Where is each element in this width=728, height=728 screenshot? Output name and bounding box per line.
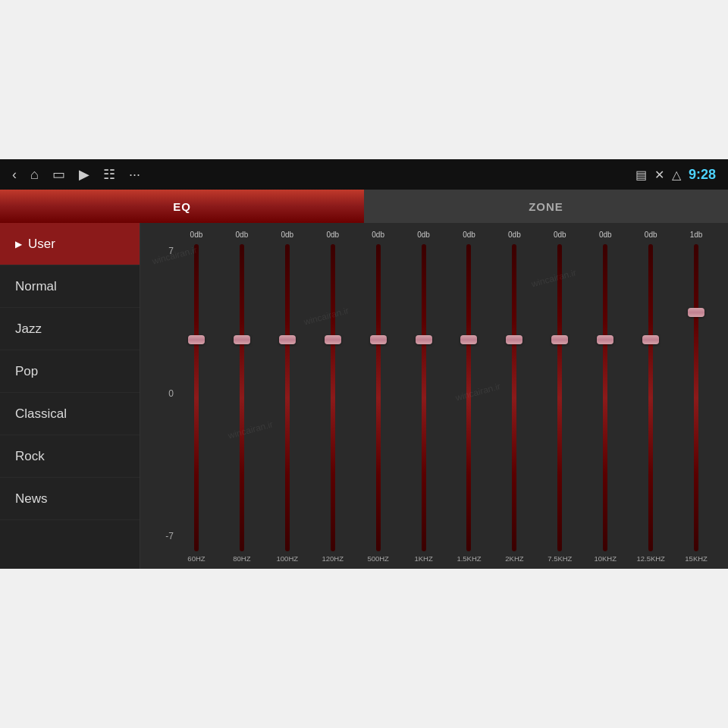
home-button[interactable]: ⌂ [30,167,39,183]
sidebar-label-news: News [15,491,48,507]
eq-freq-12.5KHZ: 12.5KHZ [636,554,665,563]
eq-channel-1KHZ: 0db 1KHZ [401,231,447,563]
eq-db-15KHZ: 1db [690,231,703,241]
slider-handle-500HZ[interactable] [370,335,387,344]
play-icon: ▶ [15,239,22,249]
eq-freq-2KHZ: 2KHZ [505,554,523,563]
sidebar-item-jazz[interactable]: Jazz [0,308,140,350]
eq-freq-1KHZ: 1KHZ [414,554,432,563]
slider-track-1KHZ [422,244,426,551]
slider-container-10KHZ[interactable] [598,244,612,551]
eq-db-100HZ: 0db [281,231,293,241]
clock-display: 9:28 [689,167,716,183]
slider-handle-7.5KHZ[interactable] [551,335,568,344]
cast-icon: ▤ [635,168,647,182]
slider-handle-1.5KHZ[interactable] [460,335,477,344]
eq-freq-120HZ: 120HZ [322,554,344,563]
eq-channel-7.5KHZ: 0db 7.5KHZ [537,231,582,563]
eq-db-10KHZ: 0db [599,231,612,241]
eq-db-500HZ: 0db [372,231,384,241]
camera-button[interactable]: ▶ [79,166,89,183]
eq-freq-100HZ: 100HZ [277,554,299,563]
bluetooth-icon: ✕ [654,168,664,182]
sidebar-label-jazz: Jazz [15,322,42,337]
slider-handle-2KHZ[interactable] [506,335,522,344]
sidebar-item-classical[interactable]: Classical [0,393,140,435]
eq-label-7: 7 [155,246,174,256]
slider-handle-15KHZ[interactable] [688,308,704,317]
sidebar-item-normal[interactable]: Normal [0,265,140,308]
slider-container-120HZ[interactable] [326,244,340,551]
slider-container-500HZ[interactable] [372,244,385,551]
tab-zone-label: ZONE [529,200,563,213]
tab-eq[interactable]: EQ [0,190,364,223]
eq-freq-80HZ: 80HZ [233,554,250,563]
basket-button[interactable]: ☷ [103,166,115,183]
slider-track-7.5KHZ [557,244,562,551]
sidebar-label-pop: Pop [15,364,38,379]
eq-freq-7.5KHZ: 7.5KHZ [548,554,572,563]
slider-handle-60HZ[interactable] [188,335,205,344]
eq-db-80HZ: 0db [236,231,249,241]
slider-handle-100HZ[interactable] [279,335,296,344]
slider-handle-1KHZ[interactable] [416,335,432,344]
slider-container-1KHZ[interactable] [417,244,431,551]
slider-handle-120HZ[interactable] [325,335,341,344]
slider-container-15KHZ[interactable] [689,244,703,551]
tab-eq-label: EQ [173,200,191,213]
slider-track-120HZ [331,244,335,551]
slider-track-2KHZ [512,244,516,551]
nav-controls: ‹ ⌂ ▭ ▶ ☷ ··· [12,166,140,183]
sidebar-label-user: User [28,237,55,252]
device-frame: ‹ ⌂ ▭ ▶ ☷ ··· ▤ ✕ △ 9:28 EQ ZONE ▶ User [0,159,728,569]
sidebar-label-classical: Classical [15,406,67,422]
sidebar-label-rock: Rock [15,449,45,464]
eq-channel-60HZ: 0db 60HZ [174,231,219,563]
eq-freq-15KHZ: 15KHZ [685,554,708,563]
tab-bar: EQ ZONE [0,190,728,223]
eq-freq-500HZ: 500HZ [367,554,389,563]
slider-track-60HZ [194,244,199,551]
eq-area: 7 0 -7 0db 60HZ 0db 80HZ 0d [140,223,728,569]
eq-freq-60HZ: 60HZ [187,554,205,563]
slider-handle-10KHZ[interactable] [597,335,613,344]
slider-track-500HZ [376,244,381,551]
eq-label-0: 0 [155,388,174,399]
slider-container-1.5KHZ[interactable] [462,244,475,551]
eq-y-labels: 7 0 -7 [155,231,174,563]
sidebar-item-pop[interactable]: Pop [0,350,140,393]
slider-container-12.5KHZ[interactable] [644,244,657,551]
eq-channel-500HZ: 0db 500HZ [356,231,401,563]
sidebar-item-news[interactable]: News [0,478,140,520]
eq-db-2KHZ: 0db [508,231,521,241]
slider-handle-80HZ[interactable] [234,335,250,344]
sidebar-item-user[interactable]: ▶ User [0,223,140,265]
eq-db-7.5KHZ: 0db [554,231,566,241]
slider-container-60HZ[interactable] [190,244,203,551]
eq-channel-10KHZ: 0db 10KHZ [582,231,628,563]
slider-container-100HZ[interactable] [281,244,294,551]
eq-db-1.5KHZ: 0db [463,231,475,241]
eq-channel-15KHZ: 1db 15KHZ [673,231,719,563]
eq-db-1KHZ: 0db [417,231,430,241]
eq-freq-10KHZ: 10KHZ [594,554,617,563]
eq-freq-1.5KHZ: 1.5KHZ [457,554,481,563]
slider-track-80HZ [240,244,244,551]
sidebar-item-rock[interactable]: Rock [0,435,140,478]
tab-zone[interactable]: ZONE [364,190,728,223]
slider-track-12.5KHZ [648,244,653,551]
more-button[interactable]: ··· [129,167,140,183]
eq-channel-2KHZ: 0db 2KHZ [491,231,537,563]
eq-db-12.5KHZ: 0db [645,231,657,241]
back-button[interactable]: ‹ [12,167,17,183]
eq-grid: 7 0 -7 0db 60HZ 0db 80HZ 0d [155,231,719,563]
slider-container-2KHZ[interactable] [507,244,521,551]
slider-container-80HZ[interactable] [235,244,249,551]
slider-handle-12.5KHZ[interactable] [642,335,659,344]
slider-track-100HZ [285,244,290,551]
recents-button[interactable]: ▭ [52,166,65,183]
status-icons: ▤ ✕ △ 9:28 [635,167,716,183]
slider-container-7.5KHZ[interactable] [553,244,566,551]
slider-track-15KHZ [694,244,698,551]
eq-channel-100HZ: 0db 100HZ [265,231,310,563]
